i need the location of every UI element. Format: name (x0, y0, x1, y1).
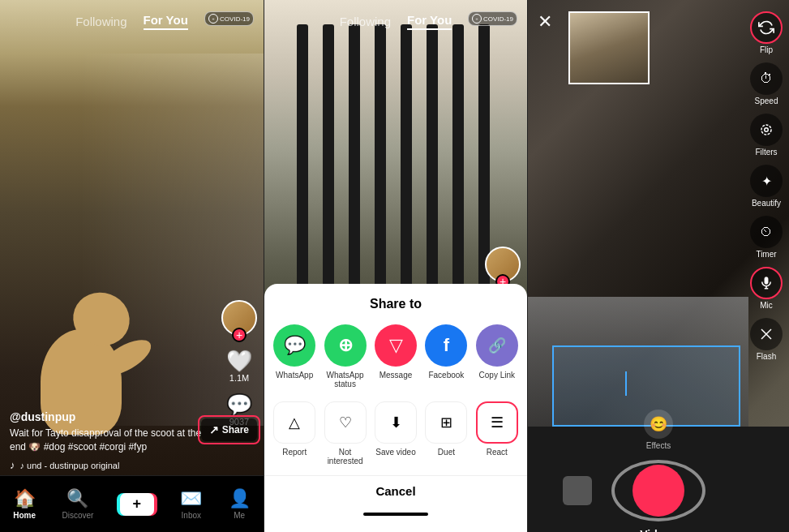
top-navigation: Following For You + COVID-19 (0, 0, 264, 30)
username: @dustinpup (10, 410, 207, 423)
whatsapp-label: WhatsApp (276, 371, 313, 380)
speed-label: Speed (755, 97, 778, 105)
gallery-thumb[interactable] (563, 476, 592, 505)
avatar-wrap-p2[interactable]: + (485, 247, 521, 282)
nav-home[interactable]: 🏠 Home (13, 488, 36, 520)
share-react[interactable]: ☰ React (475, 401, 519, 466)
nav-following-p2[interactable]: Following (340, 15, 391, 28)
copy-link-label: Copy Link (479, 371, 515, 380)
speed-control[interactable]: ⏱ Speed (750, 62, 783, 105)
not-interested-label: Not interested (323, 448, 367, 466)
nav-discover[interactable]: 🔍 Discover (62, 488, 93, 520)
home-indicator (363, 513, 428, 516)
whatsapp-status-icon: ⊕ (324, 324, 367, 367)
share-report[interactable]: △ Report (272, 401, 316, 466)
right-controls-panel1: + 🤍 1.1M 💬 9037 (221, 300, 257, 427)
share-row1: 💬 WhatsApp ⊕ WhatsApp status ▽ Message f… (264, 324, 527, 388)
mic-control[interactable]: Mic (750, 267, 783, 310)
facebook-icon: f (425, 324, 467, 367)
music-label: ♪ und - dustinpup original (20, 461, 120, 470)
save-video-icon: ⬇ (375, 401, 417, 444)
message-icon: ▽ (375, 324, 417, 367)
camera-mode-label: Videos (640, 528, 677, 532)
share-copy-link[interactable]: 🔗 Copy Link (475, 324, 519, 388)
flash-icon (750, 318, 783, 350)
inbox-icon: ✉️ (180, 488, 202, 509)
beautify-icon: ✦ (750, 165, 783, 197)
likes-control[interactable]: 🤍 1.1M (226, 350, 252, 383)
share-not-interested[interactable]: ♡ Not interested (323, 401, 367, 466)
preview-image (570, 13, 648, 83)
covid-badge[interactable]: + COVID-19 (204, 11, 254, 26)
panel-1: Following For You + COVID-19 + 🤍 1.1M 💬 … (0, 0, 264, 532)
share-facebook[interactable]: f Facebook (424, 324, 468, 388)
bottom-navigation-panel1: 🏠 Home 🔍 Discover + ✉️ Inbox 👤 Me (0, 475, 264, 532)
nav-create[interactable]: + (120, 493, 154, 516)
filters-label: Filters (755, 148, 777, 157)
save-video-label: Save video (375, 448, 415, 457)
panel-2: Following For You + COVID-19 + 🤍 1.1M Sh… (264, 0, 527, 532)
share-button-label: Share (222, 424, 249, 435)
follow-plus-button[interactable]: + (232, 328, 247, 342)
flash-label: Flash (757, 352, 776, 361)
share-whatsapp-status[interactable]: ⊕ WhatsApp status (323, 324, 367, 388)
panel-3: ✕ Flip ⏱ Speed Filters (527, 0, 789, 532)
create-button[interactable]: + (120, 493, 154, 516)
share-save-video[interactable]: ⬇ Save video (374, 401, 418, 466)
avatar-wrap[interactable]: + (221, 300, 257, 336)
share-modal: Share to 💬 WhatsApp ⊕ WhatsApp status ▽ … (264, 284, 527, 532)
duet-icon: ⊞ (425, 401, 467, 444)
flip-icon (750, 11, 783, 44)
nav-inbox-label: Inbox (182, 511, 201, 520)
svg-point-1 (761, 125, 771, 135)
copy-link-icon: 🔗 (476, 324, 518, 367)
covid-badge-p2[interactable]: + COVID-19 (468, 11, 517, 26)
nav-tab-following[interactable]: Following (75, 15, 126, 28)
nav-home-label: Home (13, 511, 36, 520)
share-whatsapp[interactable]: 💬 WhatsApp (272, 324, 316, 388)
svg-point-0 (765, 128, 769, 132)
plus-inner: + (120, 493, 154, 516)
speed-icon: ⏱ (750, 62, 783, 95)
top-navigation-panel2: Following For You + COVID-19 (264, 0, 527, 30)
flip-thumb (725, 476, 754, 505)
flip-control[interactable]: Flip (750, 11, 783, 54)
comment-icon: 💬 (226, 394, 252, 415)
likes-count: 1.1M (229, 373, 249, 383)
timer-icon: ⏲ (750, 216, 783, 248)
nav-tab-for-you[interactable]: For You (144, 13, 188, 30)
discover-icon: 🔍 (66, 488, 88, 509)
share-modal-title: Share to (264, 297, 527, 311)
nav-me[interactable]: 👤 Me (229, 488, 251, 520)
camera-bottom: 😊 Effects Videos (528, 427, 789, 532)
react-icon: ☰ (476, 401, 518, 444)
camera-close-button[interactable]: ✕ (538, 11, 552, 32)
nav-for-you-p2[interactable]: For You (407, 13, 452, 30)
share-message[interactable]: ▽ Message (374, 324, 418, 388)
heart-icon: 🤍 (226, 350, 252, 371)
effects-label: Effects (646, 441, 671, 450)
record-button[interactable] (632, 465, 684, 517)
flash-control[interactable]: Flash (750, 318, 783, 361)
record-button-outline (611, 460, 705, 521)
timer-control[interactable]: ⏲ Timer (750, 216, 783, 259)
effects-item[interactable]: 😊 Effects (644, 410, 673, 450)
share-row2: △ Report ♡ Not interested ⬇ Save video ⊞… (264, 401, 527, 466)
not-interested-icon: ♡ (324, 401, 367, 444)
beautify-control[interactable]: ✦ Beautify (750, 165, 783, 208)
share-duet[interactable]: ⊞ Duet (424, 401, 468, 466)
share-button[interactable]: ↗ Share (201, 418, 257, 441)
video-description: Wait for Tayto disapproval of the scoot … (10, 427, 207, 454)
covid-icon: + (208, 14, 218, 24)
nav-inbox[interactable]: ✉️ Inbox (180, 488, 202, 520)
filters-control[interactable]: Filters (750, 114, 783, 157)
mic-label: Mic (760, 301, 773, 310)
cancel-button[interactable]: Cancel (264, 475, 527, 506)
report-label: Report (282, 448, 307, 457)
report-icon: △ (273, 401, 315, 444)
duet-label: Duet (438, 448, 455, 457)
whatsapp-icon: 💬 (273, 324, 315, 367)
music-row: ♪ ♪ und - dustinpup original (10, 459, 207, 471)
react-label: React (487, 448, 508, 457)
home-icon: 🏠 (14, 488, 36, 509)
